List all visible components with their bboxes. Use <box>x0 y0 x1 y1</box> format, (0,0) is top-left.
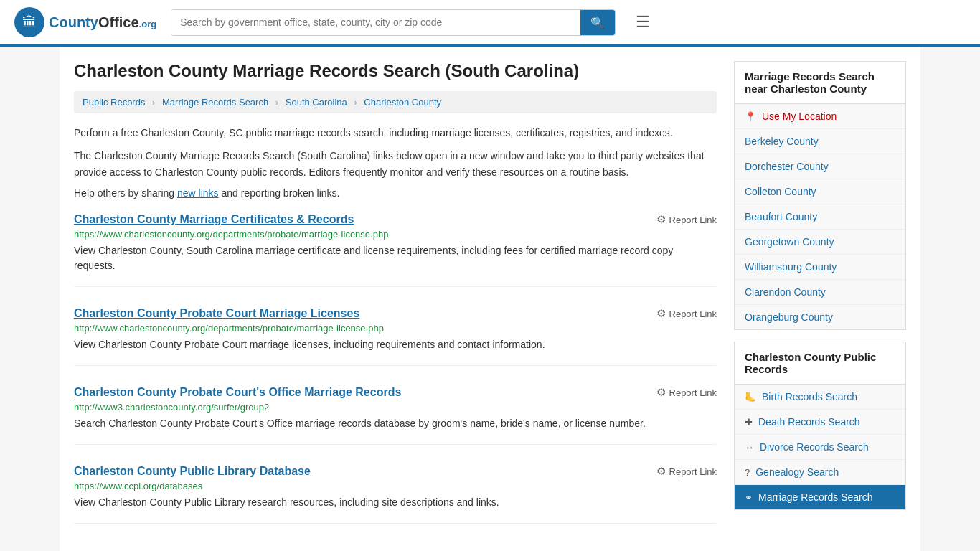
sidebar-item-colleton[interactable]: Colleton County <box>735 179 905 204</box>
logo-text: CountyOffice.org <box>49 14 156 31</box>
use-location-link[interactable]: Use My Location <box>762 110 837 122</box>
main-container: Charleston County Marriage Records Searc… <box>60 47 920 551</box>
description-2: The Charleston County Marriage Records S… <box>74 148 717 180</box>
result-item: Charleston County Marriage Certificates … <box>74 213 717 287</box>
report-link-button[interactable]: ⚙ Report Link <box>656 307 717 320</box>
result-item: Charleston County Public Library Databas… <box>74 465 717 524</box>
result-title-link[interactable]: Charleston County Public Library Databas… <box>74 465 311 478</box>
sidebar-item-marriage-records[interactable]: ⚭ Marriage Records Search <box>735 485 905 509</box>
sidebar-item-divorce-records[interactable]: ↔ Divorce Records Search <box>735 435 905 460</box>
public-records-section: Charleston County Public Records 🦶 Birth… <box>734 342 906 510</box>
site-logo[interactable]: 🏛 CountyOffice.org <box>14 7 156 37</box>
genealogy-icon: ? <box>745 467 750 478</box>
result-url: http://www.charlestoncounty.org/departme… <box>74 323 717 334</box>
marriage-icon: ⚭ <box>745 492 753 503</box>
result-desc: View Charleston County Public Library re… <box>74 495 717 510</box>
result-header: Charleston County Marriage Certificates … <box>74 213 717 226</box>
logo-icon: 🏛 <box>14 7 44 37</box>
sidebar-item-death-records[interactable]: ✚ Death Records Search <box>735 410 905 435</box>
help-text: Help others by sharing new links and rep… <box>74 187 717 199</box>
result-header: Charleston County Public Library Databas… <box>74 465 717 478</box>
nearby-section: Marriage Records Search near Charleston … <box>734 61 906 330</box>
result-item: Charleston County Probate Court's Office… <box>74 386 717 445</box>
result-header: Charleston County Probate Court Marriage… <box>74 307 717 320</box>
breadcrumb-charleston-county[interactable]: Charleston County <box>364 97 441 108</box>
sidebar-item-berkeley[interactable]: Berkeley County <box>735 129 905 154</box>
sidebar-item-orangeburg[interactable]: Orangeburg County <box>735 305 905 329</box>
sidebar-item-williamsburg[interactable]: Williamsburg County <box>735 255 905 280</box>
sidebar-item-dorchester[interactable]: Dorchester County <box>735 154 905 179</box>
result-url: http://www3.charlestoncounty.org/surfer/… <box>74 402 717 413</box>
result-item: Charleston County Probate Court Marriage… <box>74 307 717 366</box>
report-icon: ⚙ <box>656 465 666 478</box>
public-records-section-title: Charleston County Public Records <box>735 342 905 385</box>
location-icon: 📍 <box>745 111 756 122</box>
sidebar-item-use-location[interactable]: 📍 Use My Location <box>735 104 905 129</box>
result-url: https://www.ccpl.org/databases <box>74 481 717 491</box>
site-header: 🏛 CountyOffice.org 🔍 ☰ <box>0 0 980 47</box>
results-list: Charleston County Marriage Certificates … <box>74 213 717 524</box>
sidebar-item-birth-records[interactable]: 🦶 Birth Records Search <box>735 385 905 410</box>
report-link-button[interactable]: ⚙ Report Link <box>656 386 717 399</box>
search-button[interactable]: 🔍 <box>580 10 615 35</box>
death-icon: ✚ <box>745 417 753 428</box>
new-links-link[interactable]: new links <box>177 187 219 199</box>
breadcrumb-south-carolina[interactable]: South Carolina <box>286 97 347 108</box>
main-content: Charleston County Marriage Records Searc… <box>74 61 717 544</box>
result-url: https://www.charlestoncounty.org/departm… <box>74 229 717 240</box>
result-desc: Search Charleston County Probate Court's… <box>74 416 717 431</box>
result-title-link[interactable]: Charleston County Probate Court's Office… <box>74 386 401 399</box>
sidebar: Marriage Records Search near Charleston … <box>734 61 906 544</box>
nearby-section-title: Marriage Records Search near Charleston … <box>735 62 905 104</box>
result-desc: View Charleston County Probate Court mar… <box>74 337 717 352</box>
search-input[interactable] <box>171 10 580 35</box>
page-title: Charleston County Marriage Records Searc… <box>74 61 717 81</box>
result-title-link[interactable]: Charleston County Marriage Certificates … <box>74 213 354 226</box>
sidebar-item-genealogy[interactable]: ? Genealogy Search <box>735 460 905 485</box>
birth-icon: 🦶 <box>745 392 756 402</box>
hamburger-menu-button[interactable]: ☰ <box>630 10 656 34</box>
report-link-button[interactable]: ⚙ Report Link <box>656 213 717 226</box>
result-title-link[interactable]: Charleston County Probate Court Marriage… <box>74 307 359 320</box>
report-icon: ⚙ <box>656 213 666 226</box>
result-desc: View Charleston County, South Carolina m… <box>74 243 717 273</box>
search-bar: 🔍 <box>171 9 616 36</box>
breadcrumb: Public Records › Marriage Records Search… <box>74 91 717 113</box>
divorce-icon: ↔ <box>745 442 754 453</box>
report-icon: ⚙ <box>656 307 666 320</box>
sidebar-item-georgetown[interactable]: Georgetown County <box>735 230 905 255</box>
sidebar-item-clarendon[interactable]: Clarendon County <box>735 280 905 305</box>
breadcrumb-public-records[interactable]: Public Records <box>83 97 145 108</box>
breadcrumb-marriage-records-search[interactable]: Marriage Records Search <box>162 97 268 108</box>
report-icon: ⚙ <box>656 386 666 399</box>
sidebar-item-beaufort[interactable]: Beaufort County <box>735 204 905 230</box>
report-link-button[interactable]: ⚙ Report Link <box>656 465 717 478</box>
description-1: Perform a free Charleston County, SC pub… <box>74 125 717 141</box>
result-header: Charleston County Probate Court's Office… <box>74 386 717 399</box>
